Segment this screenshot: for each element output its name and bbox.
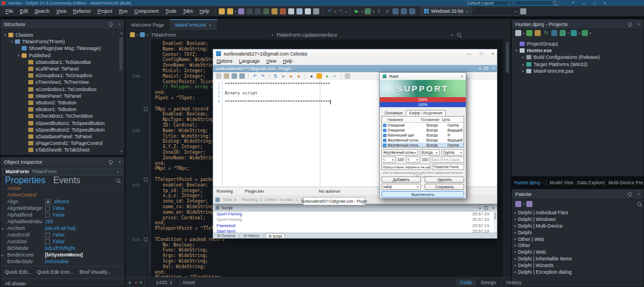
- chevron-right-icon[interactable]: ▸: [513, 250, 518, 254]
- menu-project[interactable]: Project: [94, 6, 115, 17]
- record-icon[interactable]: ●: [134, 280, 137, 284]
- property-value[interactable]: bsSizeable: [43, 259, 124, 264]
- structure-item[interactable]: sGroupBox1: TsGroupBox: [2, 72, 119, 79]
- chevron-down-icon[interactable]: ▾: [479, 67, 481, 71]
- chevron-down-icon[interactable]: ▾: [479, 206, 481, 210]
- save-all-icon[interactable]: [263, 8, 269, 14]
- save-icon[interactable]: [232, 73, 237, 79]
- pin-icon[interactable]: [109, 160, 113, 164]
- code-fold-button[interactable]: -: [144, 238, 148, 241]
- checkbox[interactable]: [45, 239, 50, 244]
- close-icon[interactable]: ×: [637, 192, 640, 197]
- save-as-icon[interactable]: [246, 8, 253, 14]
- chevron-down-icon[interactable]: ▾: [567, 31, 569, 35]
- breadcrumb-method[interactable]: ▾TMainForm.UpdateInterface: [271, 32, 337, 38]
- checkbox-checked[interactable]: ✓: [383, 124, 386, 127]
- chevron-right-icon[interactable]: ▸: [513, 210, 518, 215]
- structure-item[interactable]: sButton2: TsButton: [2, 99, 119, 106]
- scroll-up-icon[interactable]: ▲: [119, 31, 124, 35]
- chevron-right-icon[interactable]: ▸: [513, 243, 518, 248]
- search-icon[interactable]: [637, 202, 641, 206]
- palette-category[interactable]: ▸Delphi | Web: [513, 249, 642, 255]
- plugin-account-tab[interactable]: surikovalera527+2@gmail.com - Plugin: [303, 197, 365, 205]
- bullet-icon[interactable]: ●: [309, 73, 314, 79]
- property-value[interactable]: False: [43, 239, 124, 244]
- structure-item[interactable]: ▾Published: [2, 52, 119, 59]
- structure-item[interactable]: sTabSheet8: TsTabSheet: [2, 147, 119, 153]
- help-button[interactable]: ?: [572, 1, 574, 5]
- chevron-down-icon[interactable]: ▾: [3, 33, 8, 37]
- pause-icon[interactable]: [316, 73, 322, 79]
- check-icon[interactable]: ✓: [332, 73, 338, 79]
- power-off-button[interactable]: Выключить: [381, 191, 464, 198]
- sort-icon[interactable]: ⇅: [273, 73, 278, 79]
- chevron-down-icon[interactable]: ▾: [334, 9, 336, 13]
- add-button[interactable]: Добавить: [381, 177, 421, 183]
- script-tab-general[interactable]: General: [215, 234, 237, 238]
- editor-scrollbar[interactable]: [504, 39, 511, 278]
- structure-item[interactable]: sPageControl2: TsPageControl: [2, 140, 119, 147]
- raid-rule-row[interactable]: ✓ОчищениеВсегдаВедущий: [382, 128, 464, 133]
- pin-icon[interactable]: [484, 206, 488, 210]
- tab-mainformunit[interactable]: MainFormUnit×: [170, 19, 217, 30]
- raid-rule-row[interactable]: ✓Жертвенный огоньВсегдаГруппа: [382, 143, 464, 148]
- chevron-down-icon[interactable]: ▾: [373, 9, 374, 13]
- chevron-right-icon[interactable]: ▸: [521, 69, 526, 73]
- menu-edit[interactable]: Edit: [17, 6, 32, 17]
- remove-file-icon[interactable]: [280, 8, 286, 14]
- stop-icon[interactable]: ■: [384, 8, 390, 14]
- chevron-down-icon[interactable]: ▾: [523, 202, 525, 206]
- chevron-down-icon[interactable]: ▾: [9, 39, 14, 44]
- break-icon[interactable]: ●: [296, 73, 301, 79]
- dock-tab-4[interactable]: Multi-Device Pre...: [606, 180, 644, 185]
- new-doc-icon[interactable]: [216, 73, 222, 79]
- plugin-title-bar[interactable]: surikovalera527+2@gmail.com Celestia — □…: [213, 49, 497, 58]
- layout-selector[interactable]: Default Layout▾: [465, 1, 512, 6]
- platform-selector[interactable]: Windows 32-bit ▾: [421, 7, 471, 16]
- chevron-down-icon[interactable]: ▾: [235, 9, 237, 13]
- insight-icon[interactable]: [520, 8, 526, 14]
- trace-into-icon[interactable]: [393, 8, 399, 14]
- code-line[interactable]: -end;: [125, 270, 504, 275]
- profile-select[interactable]: найф▾: [381, 184, 421, 190]
- compare-select-2[interactable]: <▾: [406, 157, 420, 163]
- step-over-icon[interactable]: [401, 8, 407, 14]
- redo-icon[interactable]: ↷: [260, 73, 265, 79]
- menu-tools[interactable]: Tools: [162, 6, 180, 17]
- property-value[interactable]: alNone: [43, 199, 124, 205]
- palette-category[interactable]: ▸Delphi | Inheritable Items: [513, 255, 642, 262]
- code-line[interactable]: -Func: WideString;: [125, 248, 504, 253]
- menu-component[interactable]: Component: [131, 6, 162, 17]
- property-value[interactable]: False: [43, 232, 124, 238]
- open-project-icon[interactable]: [271, 8, 278, 14]
- structure-item[interactable]: sCheckBox1: TsCheckBox: [2, 113, 119, 119]
- project-item[interactable]: ▾Hunter.exe: [513, 47, 642, 54]
- target-combo[interactable]: ▾: [474, 7, 519, 16]
- folder-flag-icon[interactable]: [535, 30, 541, 36]
- titlebar-search-input[interactable]: [515, 1, 559, 6]
- unit-nav-icon[interactable]: [140, 32, 145, 37]
- pause-icon[interactable]: ‖: [376, 8, 382, 14]
- raid-rule-row[interactable]: ✓Магический щитВсегдаЯ: [382, 133, 464, 138]
- chevron-down-icon[interactable]: ▾: [578, 31, 580, 35]
- stop-icon[interactable]: ●: [288, 73, 294, 79]
- menu-view[interactable]: View: [53, 6, 69, 17]
- menu-run[interactable]: Run: [115, 6, 131, 17]
- code-line[interactable]: -Val: WideString;: [125, 264, 504, 270]
- close-icon[interactable]: ×: [637, 22, 640, 27]
- select-pointer-icon[interactable]: [313, 8, 319, 14]
- script-row[interactable]: Sport Fishing20:57:19: [213, 211, 494, 217]
- close-tab-icon[interactable]: ×: [209, 23, 212, 27]
- tab-events[interactable]: Events: [53, 175, 80, 185]
- menu-tabs[interactable]: Tabs: [180, 6, 197, 17]
- code-line[interactable]: -Sign: WideString;: [125, 259, 504, 264]
- save-all-icon[interactable]: [239, 73, 245, 79]
- checkbox-checked[interactable]: ✓: [383, 129, 386, 132]
- script-row[interactable]: Sport Fishing20:57:19: [213, 217, 494, 223]
- structure-item[interactable]: ShowPlugin(var Msg: TMessage): [2, 45, 119, 52]
- pin-icon[interactable]: [628, 192, 632, 196]
- script-tab-script[interactable]: Script: [266, 233, 285, 238]
- palette-category[interactable]: ▸Delphi | Individual Files: [513, 209, 642, 216]
- when-select[interactable]: Всегда▾: [420, 149, 440, 155]
- run-to-cursor-icon[interactable]: [409, 8, 415, 14]
